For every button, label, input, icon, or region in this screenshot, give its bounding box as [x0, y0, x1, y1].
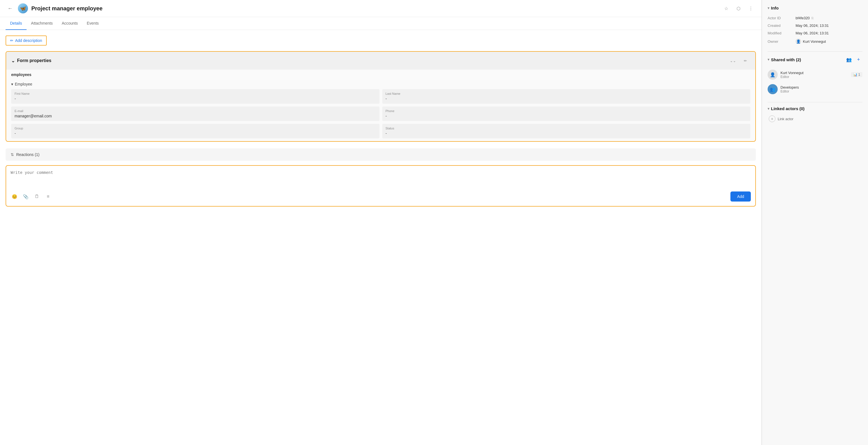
owner-label: Owner [768, 39, 796, 43]
member-kurt: 👤 Kurt Vonnegut Editor 📊 1 [768, 67, 862, 82]
member-role: Editor [780, 90, 862, 93]
back-button[interactable]: ← [6, 4, 14, 13]
form-properties-card: ⌄ Form properties ⌄⌄ ✏ employees ▾ Emplo… [6, 51, 756, 142]
field-label: Group [14, 127, 376, 130]
bar-chart-icon: 📊 [853, 73, 857, 76]
layers-button[interactable]: ⬡ [734, 3, 744, 13]
star-button[interactable]: ☆ [721, 3, 731, 13]
copy-icon[interactable]: ⎘ [811, 16, 813, 20]
field-group: Group - [11, 124, 379, 138]
field-label: Last Name [385, 92, 747, 95]
reactions-sort-icon: ⇅ [11, 152, 14, 157]
layers-icon: ⬡ [737, 6, 741, 11]
field-status: Status - [382, 124, 750, 138]
field-value: - [385, 96, 747, 101]
shared-chevron-icon: ▾ [768, 58, 769, 62]
share-person-button[interactable]: 👥 [845, 56, 853, 63]
add-description-button[interactable]: ✏ Add description [6, 35, 47, 45]
member-developers: 👥 Developers Editor [768, 82, 862, 96]
comment-toolbar: 😊 📎 🗒 ≡ Add [11, 191, 751, 201]
field-first-name: First Name - [11, 89, 379, 104]
member-avatar-kurt: 👤 [768, 70, 778, 80]
note-icon[interactable]: 🗒 [33, 193, 41, 200]
emoji-icon[interactable]: 😊 [11, 193, 19, 200]
field-label: E-mail [14, 109, 376, 113]
reactions-section: ⇅ Reactions (1) [6, 149, 756, 161]
created-value: May 06, 2024; 13:31 [796, 24, 829, 28]
form-subsection-title: ▾ Employee [11, 82, 750, 86]
field-value: manager@email.com [14, 114, 376, 118]
shared-title: ▾ Shared with (2) [768, 57, 801, 62]
modified-label: Modified [768, 31, 796, 35]
comment-toolbar-left: 😊 📎 🗒 ≡ [11, 193, 52, 200]
linked-section: ▾ Linked actors (0) + Link actor [768, 106, 862, 124]
member-avatar-developers: 👥 [768, 84, 778, 94]
info-section: ▾ Info Actor ID bf4fe320 ⎘ Created May 0… [768, 6, 862, 46]
owner-value: 👤 Kurt Vonnegut [796, 39, 826, 44]
link-actor-label: Link actor [778, 117, 793, 121]
actor-id-label: Actor ID [768, 16, 796, 20]
comment-input[interactable] [11, 170, 751, 187]
share-add-button[interactable]: + [855, 56, 862, 63]
form-section-label: employees [6, 70, 755, 80]
shared-actions: 👥 + [845, 56, 862, 63]
member-badge: 📊 1 [851, 72, 862, 77]
modified-row: Modified May 06, 2024; 13:31 [768, 29, 862, 37]
field-label: First Name [14, 92, 376, 95]
app-logo: 🦋 [18, 3, 28, 13]
edit-icon: ✏ [10, 38, 13, 43]
tabs-bar: Details Attachments Accounts Events [0, 17, 762, 30]
form-edit-button[interactable]: ✏ [740, 56, 750, 66]
more-icon: ⋮ [749, 6, 753, 11]
tab-details[interactable]: Details [6, 17, 27, 30]
field-last-name: Last Name - [382, 89, 750, 104]
content-area: ✏ Add description ⌄ Form properties ⌄⌄ ✏… [0, 30, 762, 445]
info-section-title: Info [771, 6, 779, 10]
tab-events[interactable]: Events [82, 17, 103, 30]
linked-chevron-icon: ▾ [768, 107, 769, 111]
actor-id-row: Actor ID bf4fe320 ⎘ [768, 14, 862, 22]
shared-title-text: Shared with (2) [771, 57, 801, 62]
link-actor-button[interactable]: + Link actor [768, 114, 862, 124]
reactions-label: Reactions (1) [16, 152, 39, 157]
member-name: Kurt Vonnegut [780, 71, 848, 75]
actor-id-value: bf4fe320 ⎘ [796, 16, 813, 20]
attachment-icon[interactable]: 📎 [22, 193, 30, 200]
more-button[interactable]: ⋮ [746, 3, 756, 13]
form-fields-grid: First Name - Last Name - E-mail manager@… [11, 89, 750, 138]
info-chevron-icon: ▾ [768, 6, 769, 10]
comment-box: 😊 📎 🗒 ≡ Add [6, 165, 756, 206]
field-phone: Phone - [382, 106, 750, 121]
tab-accounts[interactable]: Accounts [57, 17, 83, 30]
back-icon: ← [7, 6, 12, 11]
page-title: Project manager employee [31, 5, 718, 12]
member-name: Developers [780, 85, 862, 90]
member-role: Editor [780, 75, 848, 79]
add-comment-button[interactable]: Add [731, 191, 751, 201]
tab-attachments[interactable]: Attachments [27, 17, 57, 30]
member-info-developers: Developers Editor [780, 85, 862, 93]
shared-section-header: ▾ Shared with (2) 👥 + [768, 56, 862, 63]
field-value: - [14, 96, 376, 101]
created-label: Created [768, 24, 796, 28]
star-icon: ☆ [724, 6, 728, 11]
field-label: Status [385, 127, 747, 130]
form-subsection: ▾ Employee First Name - Last Name - E-ma… [6, 80, 755, 141]
list-icon[interactable]: ≡ [44, 193, 52, 200]
field-value: - [385, 131, 747, 135]
plus-circle-icon: + [769, 116, 775, 122]
field-label: Phone [385, 109, 747, 113]
collapse-chevron-icon: ⌄ [11, 58, 15, 63]
member-info-kurt: Kurt Vonnegut Editor [780, 71, 848, 79]
info-section-header: ▾ Info [768, 6, 862, 10]
owner-avatar: 👤 [796, 39, 801, 44]
form-card-title: ⌄ Form properties [11, 58, 52, 63]
linked-title-text: Linked actors (0) [771, 106, 805, 111]
form-collapse-button[interactable]: ⌄⌄ [728, 56, 738, 66]
sidebar: ▾ Info Actor ID bf4fe320 ⎘ Created May 0… [762, 0, 868, 445]
form-card-header: ⌄ Form properties ⌄⌄ ✏ [6, 52, 755, 70]
add-description-label: Add description [15, 38, 42, 43]
created-row: Created May 06, 2024; 13:31 [768, 22, 862, 29]
linked-section-header: ▾ Linked actors (0) [768, 106, 862, 111]
owner-row: Owner 👤 Kurt Vonnegut [768, 37, 862, 46]
